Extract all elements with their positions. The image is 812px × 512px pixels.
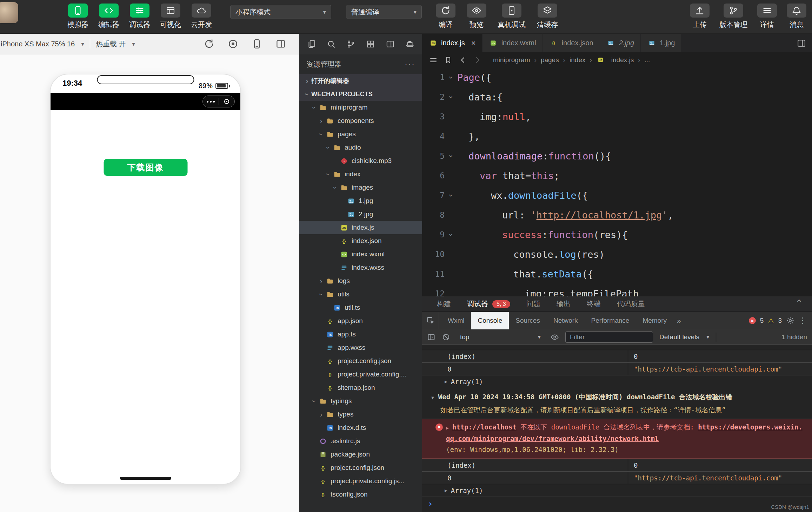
hot-reload-select[interactable]: 热重载 开 ▾ [96,39,135,49]
expand-triangle-icon[interactable]: ▶ [445,379,447,384]
source-control-icon[interactable] [346,39,355,49]
chevron-right-icon[interactable]: › [317,117,325,125]
fold-chevron-icon[interactable]: › [447,91,455,103]
devtools-tab-memory[interactable]: Memory [636,312,673,329]
code-line[interactable]: 12img:res.tempFilePath [422,284,812,296]
panel-tab-终端[interactable]: 终端 [587,299,601,309]
code-editor[interactable]: 1›Page({2›data:{3img:null,4},5›downloadi… [422,67,812,296]
tree-item[interactable]: ›typings [299,394,422,408]
editor-tab-1.jpg[interactable]: 1.jpg [641,34,681,52]
collapse-panel-icon[interactable]: ⌃ [795,298,803,309]
tree-item[interactable]: <>index.wxml [299,248,422,261]
rotate-device-icon[interactable] [252,39,262,49]
extensions-icon[interactable] [366,39,375,49]
tree-item[interactable]: ›logs [299,274,422,288]
more-tabs-button[interactable]: » [673,316,685,325]
eye-icon[interactable] [551,333,559,341]
chevron-down-icon[interactable]: › [324,143,332,152]
tree-item[interactable]: {}project.private.config.... [299,368,422,381]
topbar-upload-button[interactable]: 上传 [690,4,710,29]
code-line[interactable]: 4}, [422,126,812,146]
code-line[interactable]: 8url: 'http://localhost/1.jpg', [422,205,812,225]
panel-tab-输出[interactable]: 输出 [557,299,571,309]
code-line[interactable]: 9›success:function(res){ [422,225,812,244]
expand-triangle-icon[interactable]: ▶ [446,425,449,431]
warning-count-icon[interactable]: ⚠ [768,317,774,325]
tree-item[interactable]: ♪cishicike.mp3 [299,154,422,168]
breadcrumb-item[interactable]: miniprogram [493,56,530,64]
chevron-right-icon[interactable]: › [303,77,311,85]
device-select[interactable]: iPhone XS Max 75% 16 ▾ [1,40,84,48]
split-editor-icon[interactable] [797,38,806,48]
compile-select[interactable]: 普通编译 ▾ [346,5,422,19]
chevron-down-icon[interactable]: › [303,90,311,98]
fold-chevron-icon[interactable]: › [447,71,455,84]
inspect-element-icon[interactable] [422,312,439,329]
container-icon[interactable] [405,39,414,49]
tree-item[interactable]: {}project.private.config.js... [299,474,422,488]
topbar-cloud-button[interactable]: 云开发 [191,4,212,29]
code-line[interactable]: 10console.log(res) [422,244,812,264]
forward-arrow-icon[interactable] [473,56,482,64]
back-arrow-icon[interactable] [459,56,467,64]
code-line[interactable]: 2›data:{ [422,87,812,107]
topbar-device-button[interactable]: 真机调试 [498,4,526,29]
tree-item[interactable]: TSutil.ts [299,301,422,314]
kebab-menu-icon[interactable]: ⋮ [799,316,806,325]
code-line[interactable]: 1›Page({ [422,67,812,87]
console-table-row[interactable]: 0"https://tcb-api.tencentcloudapi.com" [422,472,812,484]
tree-item[interactable]: ›types [299,408,422,421]
breadcrumb-item[interactable]: pages [541,56,559,64]
close-icon[interactable]: × [471,39,476,48]
context-select[interactable]: top ▾ [457,332,544,343]
tree-item[interactable]: ›pages [299,127,422,141]
chevron-down-icon[interactable]: › [331,183,339,192]
tree-item[interactable]: {}project.config.json [299,461,422,474]
topbar-refresh-button[interactable]: 编译 [436,4,455,29]
topbar-eye-button[interactable]: 预览 [467,4,486,29]
tree-item[interactable]: index.wxss [299,261,422,274]
tree-item[interactable]: TSindex.d.ts [299,421,422,434]
tree-item[interactable]: package.json [299,448,422,461]
console-warning[interactable]: ▼Wed Apr 10 2024 19:34:58 GMT+0800 (中国标准… [422,388,812,419]
more-actions-icon[interactable]: ··· [405,59,415,69]
devtools-tab-console[interactable]: Console [471,312,509,329]
files-icon[interactable] [307,39,316,49]
tree-item[interactable]: .eslintrc.js [299,434,422,448]
editor-tab-index.js[interactable]: JSindex.js× [422,34,482,52]
console-sidebar-icon[interactable] [427,333,435,341]
editor-tab-index.json[interactable]: {}index.json [543,34,600,52]
settings-gear-icon[interactable] [786,316,794,325]
editor-tab-2.jpg[interactable]: 2.jpg [600,34,641,52]
expand-triangle-icon[interactable]: ▶ [445,488,447,493]
code-line[interactable]: 11that.setData({ [422,264,812,284]
devtools-tab-sources[interactable]: Sources [509,312,547,329]
tree-item[interactable]: {}app.json [299,314,422,328]
log-levels-select[interactable]: Default levels ▾ [659,333,710,341]
multi-window-icon[interactable] [275,39,286,49]
panel-tab-构建[interactable]: 构建 [437,299,451,309]
download-image-button[interactable]: 下载图像 [104,159,187,176]
search-icon[interactable] [327,39,336,49]
topbar-layout-button[interactable]: 可视化 [160,4,181,29]
mode-select[interactable]: 小程序模式 ▾ [230,5,331,19]
devtools-tab-network[interactable]: Network [547,312,585,329]
chevron-down-icon[interactable]: › [317,130,325,138]
devtools-tab-performance[interactable]: Performance [585,312,636,329]
bookmark-icon[interactable] [444,56,452,64]
breadcrumb-item[interactable]: JSindex.js [596,56,634,64]
devtools-tab-wxml[interactable]: Wxml [441,312,471,329]
breadcrumb-item[interactable]: ... [645,56,650,64]
chevron-down-icon[interactable]: › [317,290,325,298]
chevron-down-icon[interactable]: › [324,170,332,178]
error-count-icon[interactable]: × [749,317,756,324]
topbar-menu-button[interactable]: 详情 [757,4,777,29]
topbar-phone-button[interactable]: 模拟器 [67,4,88,29]
tree-item[interactable]: ›images [299,181,422,194]
breadcrumb-item[interactable]: index [570,56,585,64]
chevron-right-icon[interactable]: › [317,411,325,419]
user-avatar[interactable] [0,2,18,23]
topbar-bell-button[interactable]: 消息 [787,4,806,29]
tree-item[interactable]: {}project.config.json [299,354,422,368]
filter-input[interactable] [565,332,653,343]
